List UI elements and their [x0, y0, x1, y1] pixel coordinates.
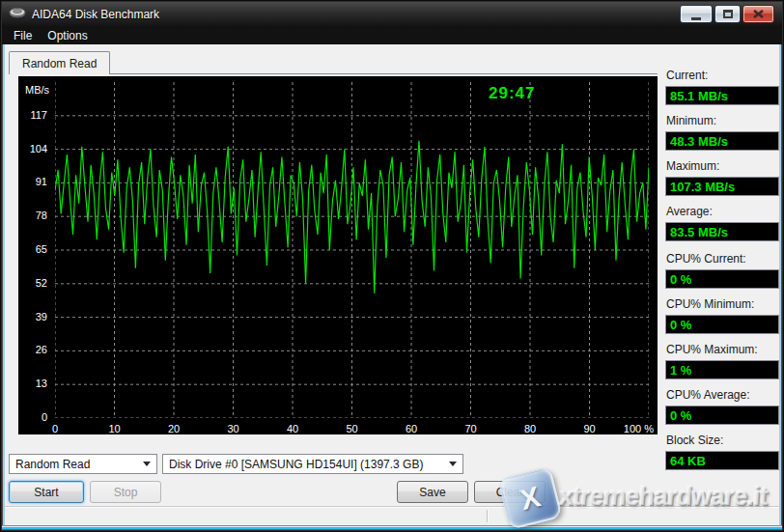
x-tick-label: 90 [583, 423, 595, 434]
window-frame-right [779, 44, 782, 525]
stat-item: CPU% Current:0 % [665, 252, 779, 289]
stat-item: Block Size:64 KB [665, 434, 779, 470]
stat-value: 107.3 MB/s [665, 177, 779, 196]
x-tick-label: 60 [406, 423, 417, 434]
stat-label: Minimum: [666, 114, 779, 127]
test-type-value: Random Read [15, 458, 90, 471]
stat-value: 64 KB [665, 451, 779, 470]
window-title: AIDA64 Disk Benchmark [32, 8, 159, 21]
x-tick-label: 10 [108, 423, 120, 434]
y-tick-label: 117 [18, 109, 47, 121]
start-button[interactable]: Start [9, 481, 84, 503]
drive-select[interactable]: Disk Drive #0 [SAMSUNG HD154UI] (1397.3 … [162, 454, 463, 474]
y-tick-label: 104 [18, 143, 47, 154]
y-tick-label: 78 [18, 210, 47, 221]
app-icon [9, 6, 26, 23]
stat-item: CPU% Maximum:1 % [665, 343, 779, 379]
chart-plot [55, 82, 649, 418]
x-tick-label: 50 [346, 423, 357, 434]
close-icon [753, 10, 764, 18]
x-tick-label: 70 [464, 423, 476, 434]
x-tick-label: 20 [168, 423, 180, 434]
stat-value: 48.3 MB/s [665, 131, 779, 151]
stat-value: 83.5 MB/s [665, 222, 779, 241]
y-tick-label: 65 [18, 243, 47, 255]
stat-label: CPU% Current: [666, 252, 779, 266]
titlebar[interactable]: AIDA64 Disk Benchmark [2, 2, 782, 26]
y-axis-unit-label: MB/s [25, 84, 49, 96]
menu-item-file[interactable]: File [6, 29, 40, 42]
stat-value: 0 % [665, 269, 779, 289]
stat-item: Minimum:48.3 MB/s [665, 114, 779, 151]
minimize-button[interactable] [680, 5, 713, 23]
stats-panel: Current:85.1 MB/sMinimum:48.3 MB/sMaximu… [665, 69, 779, 479]
x-tick-label: 80 [524, 423, 536, 434]
y-tick-label: 52 [18, 277, 47, 289]
menu-item-options[interactable]: Options [40, 29, 95, 42]
drive-value: Disk Drive #0 [SAMSUNG HD154UI] (1397.3 … [169, 458, 423, 471]
stat-item: Maximum:107.3 MB/s [665, 159, 779, 196]
elapsed-timer: 29:47 [489, 84, 535, 103]
x-tick-label: 40 [287, 423, 298, 434]
tab-random-read[interactable]: Random Read [9, 51, 110, 74]
test-type-select[interactable]: Random Read [9, 454, 157, 474]
clear-button[interactable]: Clear [474, 481, 546, 503]
stat-label: Maximum: [666, 159, 779, 173]
stat-value: 85.1 MB/s [665, 86, 779, 105]
maximize-icon [723, 10, 733, 18]
save-button[interactable]: Save [397, 481, 468, 503]
x-tick-label: 100 % [624, 423, 654, 434]
minimize-icon [691, 17, 701, 20]
stat-item: Current:85.1 MB/s [665, 69, 779, 105]
window-frame-bottom [2, 525, 782, 530]
maximize-button[interactable] [714, 5, 741, 23]
stat-label: CPU% Minimum: [666, 297, 779, 311]
y-tick-label: 39 [18, 311, 47, 322]
app-window: AIDA64 Disk Benchmark File Options Rando… [0, 0, 784, 532]
stat-item: Average:83.5 MB/s [665, 205, 779, 241]
y-tick-label: 0 [18, 411, 47, 423]
y-tick-label: 91 [18, 176, 47, 187]
stat-item: CPU% Average:0 % [665, 388, 779, 425]
y-tick-label: 26 [18, 344, 47, 355]
stat-value: 1 % [665, 360, 779, 379]
stat-value: 0 % [665, 315, 779, 334]
menubar: File Options [2, 26, 782, 44]
status-bar [5, 506, 779, 525]
benchmark-chart: MB/s 013263952657891104117 0102030405060… [18, 76, 658, 434]
dropdown-arrow-icon [449, 462, 457, 466]
stat-value: 0 % [665, 406, 779, 425]
stat-label: CPU% Average: [666, 388, 779, 402]
y-tick-label: 13 [18, 378, 47, 389]
stat-label: Current: [666, 69, 779, 82]
stat-label: Average: [666, 205, 779, 218]
stat-item: CPU% Minimum:0 % [665, 297, 779, 334]
x-tick-label: 30 [227, 423, 238, 434]
status-divider [487, 510, 488, 522]
stat-label: CPU% Maximum: [666, 343, 779, 356]
stop-button[interactable]: Stop [90, 481, 161, 503]
stat-label: Block Size: [666, 434, 779, 447]
dropdown-arrow-icon [143, 462, 151, 466]
x-tick-label: 0 [52, 423, 58, 434]
close-button[interactable] [742, 5, 774, 23]
client-area: Random Read MB/s 013263952657891104117 0… [5, 44, 779, 525]
